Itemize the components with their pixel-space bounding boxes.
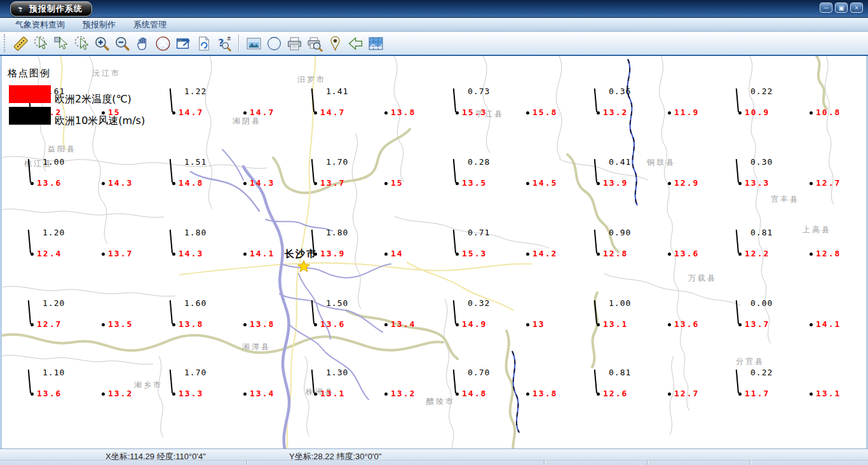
zoom-out-icon — [114, 36, 130, 52]
select-circle-icon — [33, 36, 49, 52]
toolbar-grip — [4, 34, 6, 52]
menu-item-2[interactable]: 系统管理 — [125, 18, 175, 32]
print-preview-button[interactable] — [304, 33, 325, 53]
zoom-out-button[interactable] — [112, 33, 132, 53]
refresh-doc-icon — [196, 36, 212, 52]
legend-item-0: 欧洲2米温度(℃) — [8, 85, 51, 104]
export-window-icon — [175, 36, 191, 52]
city-star-icon — [297, 260, 310, 272]
pan-hand-button[interactable] — [132, 33, 153, 53]
legend-swatch — [9, 107, 51, 125]
window-controls: ─▣× — [820, 3, 863, 13]
zoom-in-button[interactable] — [92, 33, 112, 53]
measure-ruler-icon — [13, 36, 29, 52]
refresh-doc-button[interactable] — [193, 33, 214, 53]
map-pin-icon — [327, 36, 343, 52]
back-arrow-icon — [348, 36, 363, 52]
print-button[interactable] — [284, 33, 304, 53]
app-logo-globe-icon — [16, 4, 25, 14]
application-window: 预报制作系统 ─▣× 气象资料查询预报制作系统管理 — [0, 0, 868, 465]
menu-item-0[interactable]: 气象资料查询 — [6, 18, 74, 32]
toolbar-separator — [238, 34, 239, 52]
grid-map-button[interactable] — [365, 33, 386, 53]
select-circle-button[interactable] — [31, 33, 51, 53]
back-arrow-button[interactable] — [345, 33, 365, 53]
query-zoom-icon — [216, 36, 232, 52]
app-title: 预报制作系统 — [29, 3, 83, 15]
image-icon — [246, 36, 262, 52]
globe-icon — [266, 36, 282, 52]
toolbar — [0, 32, 868, 56]
map-pin-button[interactable] — [325, 33, 345, 53]
legend-title: 格点图例 — [8, 67, 51, 80]
select-arrow-icon — [53, 36, 69, 52]
measure-ruler-button[interactable] — [10, 33, 31, 53]
window-frame-left — [0, 56, 2, 448]
print-icon — [287, 36, 302, 52]
stop-button[interactable] — [153, 33, 173, 53]
restore-button[interactable]: ▣ — [835, 3, 848, 13]
select-lasso-button[interactable] — [71, 33, 92, 53]
legend-label: 欧洲2米温度(℃) — [55, 93, 132, 106]
app-title-tab: 预报制作系统 — [10, 1, 92, 17]
menu-item-1[interactable]: 预报制作 — [74, 18, 125, 32]
legend-item-1: 欧洲10米风速(m/s) — [8, 107, 51, 125]
stop-icon — [155, 36, 171, 52]
print-preview-icon — [307, 36, 323, 52]
minimize-button[interactable]: ─ — [820, 3, 832, 13]
status-bar-strip — [0, 460, 868, 465]
map-canvas[interactable]: 沅江市汨罗市湘阴县平江县益阳县桃江县铜鼓县宜丰县上高县万载县湘潭县湘乡市株洲县醴… — [0, 56, 868, 448]
menu-bar: 气象资料查询预报制作系统管理 — [0, 18, 868, 32]
close-button[interactable]: × — [850, 3, 863, 13]
grid-map-icon — [368, 36, 384, 52]
toolbar-buttons — [10, 33, 386, 53]
select-lasso-icon — [74, 36, 90, 52]
globe-button[interactable] — [264, 33, 284, 53]
pan-hand-icon — [135, 36, 151, 52]
grid-legend: 格点图例 欧洲2米温度(℃)欧洲10米风速(m/s) — [8, 67, 51, 128]
legend-swatch — [9, 85, 51, 103]
status-bar: X坐标:114.29 经度:110°0'4" Y坐标:28.22 纬度:30°0… — [0, 448, 868, 465]
title-bar: 预报制作系统 ─▣× — [0, 0, 868, 18]
zoom-in-icon — [94, 36, 110, 52]
image-button[interactable] — [243, 33, 264, 53]
query-zoom-button[interactable] — [214, 33, 234, 53]
legend-label: 欧洲10米风速(m/s) — [55, 115, 145, 128]
select-arrow-button[interactable] — [51, 33, 71, 53]
export-window-button[interactable] — [173, 33, 193, 53]
